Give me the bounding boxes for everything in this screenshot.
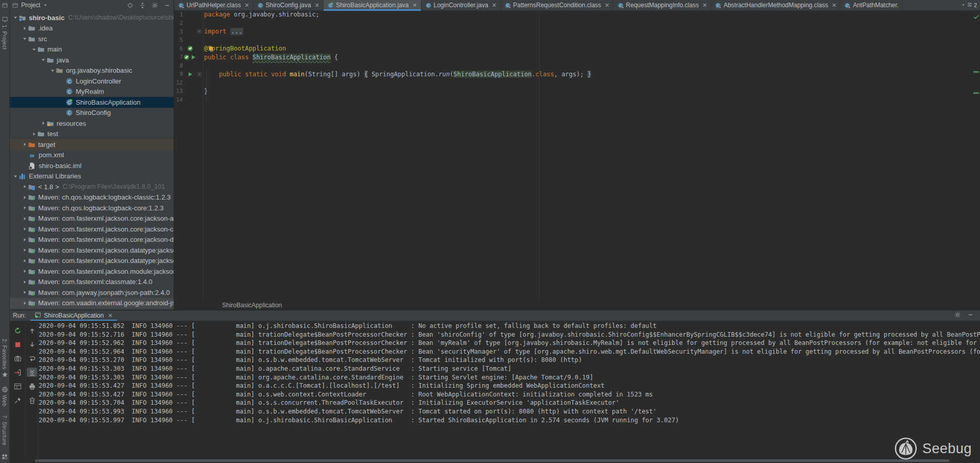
tree-item-logincontroller[interactable]: CLoginController [9,76,174,87]
tree-item-shirobasicapplication[interactable]: CShiroBasicApplication [9,97,174,108]
softwrap-button[interactable] [27,354,37,363]
run-line-marker-icon[interactable] [187,71,193,77]
tree-item-maven-com-vaadin-external-google-android-js[interactable]: Maven: com.vaadin.external.google:androi… [9,298,174,309]
tab-requestmappinginfo-class[interactable]: CRequestMappingInfo.class✕ [614,0,712,10]
stop-button[interactable] [12,340,23,349]
camera-button[interactable] [12,354,23,363]
close-tab-icon[interactable]: ✕ [702,2,707,9]
stripe-button-2-favorites[interactable]: 2: Favorites [2,339,8,378]
tab-overflow-button[interactable]: 2 [958,0,980,10]
inspections-ok-icon[interactable] [973,13,979,20]
code-line[interactable]: public static void main(String[] args) {… [204,70,973,79]
tab-abstracthandlermethodmapping-class[interactable]: CAbstractHandlerMethodMapping.class✕ [711,0,840,10]
close-run-tab-icon[interactable]: ✕ [108,312,112,319]
tree-expand-icon[interactable] [22,289,28,295]
down-button[interactable] [27,340,37,349]
tree-expand-icon[interactable] [22,247,28,253]
stripe-grid-icon[interactable] [2,454,8,460]
project-view-caret[interactable] [43,1,48,10]
close-tab-icon[interactable]: ✕ [244,2,249,9]
tree-expand-icon[interactable] [22,184,28,190]
scroll-end-button[interactable] [27,368,37,377]
gear-button[interactable] [150,1,159,9]
tree-collapse-icon[interactable] [22,36,28,42]
trash-button[interactable] [27,395,37,405]
tree-collapse-icon[interactable] [49,68,56,74]
tab-antpathmatcher[interactable]: CAntPathMatcher. [840,0,903,10]
error-stripe-mark[interactable] [973,71,979,73]
tree-item-maven-ch-qos-logback-logback-core-1-2-3[interactable]: Maven: ch.qos.logback:logback-core:1.2.3 [9,203,174,213]
tree-collapse-icon[interactable] [31,46,37,53]
tree-item-target[interactable]: target [9,139,174,150]
tab-shiroconfig-java[interactable]: CShiroConfig.java✕ [254,0,324,10]
close-tab-icon[interactable]: ✕ [412,2,417,9]
tree-expand-icon[interactable] [22,25,28,31]
tree-item-maven-com-fasterxml-jackson-core-jackson-dat[interactable]: Maven: com.fasterxml.jackson.core:jackso… [9,235,174,245]
run-tab[interactable]: ShiroBasicApplication ✕ [30,310,116,321]
intention-bulb-icon[interactable] [208,45,214,52]
close-tab-icon[interactable]: ✕ [315,2,319,9]
tree-item-shiroconfig[interactable]: CShiroConfig [9,108,174,119]
tree-expand-icon[interactable] [31,131,37,137]
tree-expand-icon[interactable] [22,258,28,264]
tab-logincontroller-java[interactable]: CLoginController.java✕ [421,0,501,10]
exit-button[interactable] [12,368,23,377]
tree-item-shiro-basic-iml[interactable]: shiro-basic.iml [9,160,174,171]
editor-breadcrumb[interactable]: ShiroBasicApplication [174,301,980,310]
tree-expand-icon[interactable] [22,279,28,285]
tree-item-src[interactable]: src [9,34,174,44]
rerun-button[interactable] [12,326,23,335]
tree-item-maven-ch-qos-logback-logback-classic-1-2-3[interactable]: Maven: ch.qos.logback:logback-classic:1.… [9,192,174,203]
tree-item-maven-com-fasterxml-jackson-datatype-jackson[interactable]: Maven: com.fasterxml.jackson.datatype:ja… [9,245,174,256]
tree-item-java[interactable]: java [9,55,174,65]
tree-item-maven-com-fasterxml-jackson-datatype-jackson[interactable]: Maven: com.fasterxml.jackson.datatype:ja… [9,256,174,267]
console-output[interactable]: 2020-09-04 09:15:51.852 INFO 134960 --- … [39,322,980,458]
tree-expand-icon[interactable] [40,120,46,126]
code-line[interactable]: @SpringBootApplication [204,44,973,53]
close-tab-icon[interactable]: ✕ [832,2,836,9]
project-panel-title[interactable]: Project [21,2,40,9]
fold-marker-icon[interactable] [197,72,202,77]
run-line-marker-icon[interactable] [190,54,196,60]
locate-button[interactable] [126,1,134,9]
spring-bean-icon[interactable] [183,54,190,60]
breadcrumb-class[interactable]: ShiroBasicApplication [222,302,282,309]
code-line[interactable] [204,19,973,28]
tree-item-maven-com-fasterxml-jackson-module-jackson[interactable]: Maven: com.fasterxml.jackson.module:jack… [9,266,174,277]
tree-expand-icon[interactable] [22,205,28,211]
tree-item-1-8[interactable]: < 1.8 >C:\Program Files\Java\jdk1.8.0_10… [9,181,174,192]
stripe-corner[interactable] [2,2,8,11]
code-line[interactable] [204,36,973,45]
gear-button[interactable] [954,311,961,320]
tree-item-maven-com-jayway-jsonpath-json-path-2-4-0[interactable]: Maven: com.jayway.jsonpath:json-path:2.4… [9,287,174,298]
tree-item-test[interactable]: test [9,129,174,140]
tree-item-maven-com-fasterxml-jackson-core-jackson-ann[interactable]: Maven: com.fasterxml.jackson.core:jackso… [9,213,174,224]
scrollbar-thumb[interactable] [35,459,950,462]
tree-item-resources[interactable]: resources [9,118,174,129]
tab-urlpathhelper-class[interactable]: CUrlPathHelper.class✕ [174,0,254,10]
tree-expand-icon[interactable] [22,216,28,222]
code-area[interactable]: package org.javaboy.shirobasic;import ..… [204,10,973,301]
tree-expand-icon[interactable] [22,226,28,232]
spring-bean-icon[interactable] [187,45,193,52]
tree-item-pom-xml[interactable]: mpom.xml [9,150,174,161]
tree-item-external-libraries[interactable]: External Libraries [9,171,174,182]
hide-button[interactable] [163,1,171,9]
code-line[interactable] [204,78,973,87]
tree-item-main[interactable]: main [9,44,174,55]
tree-item-maven-com-fasterxml-classmate-1-4-0[interactable]: Maven: com.fasterxml:classmate:1.4.0 [9,277,174,288]
stripe-button-7-structure[interactable]: 7: Structure [2,415,8,445]
tree-item-shiro-basic[interactable]: shiro-basicC:\Users\shadow\Desktop\sourc… [9,12,174,23]
hide-button[interactable] [967,311,974,320]
close-tab-icon[interactable]: ✕ [605,2,610,9]
code-line[interactable]: package org.javaboy.shirobasic; [204,10,973,19]
pin-button[interactable] [12,395,23,405]
tab-patternsrequestcondition-class[interactable]: CPatternsRequestCondition.class✕ [501,0,614,10]
tree-collapse-icon[interactable] [12,14,19,21]
code-line[interactable] [204,95,973,104]
print-button[interactable] [27,382,37,391]
tree-item-org-javaboy-shirobasic[interactable]: org.javaboy.shirobasic [9,65,174,76]
code-line[interactable]: import ... [204,27,973,36]
console-horizontal-scrollbar[interactable] [35,459,978,462]
close-tab-icon[interactable]: ✕ [492,2,497,9]
